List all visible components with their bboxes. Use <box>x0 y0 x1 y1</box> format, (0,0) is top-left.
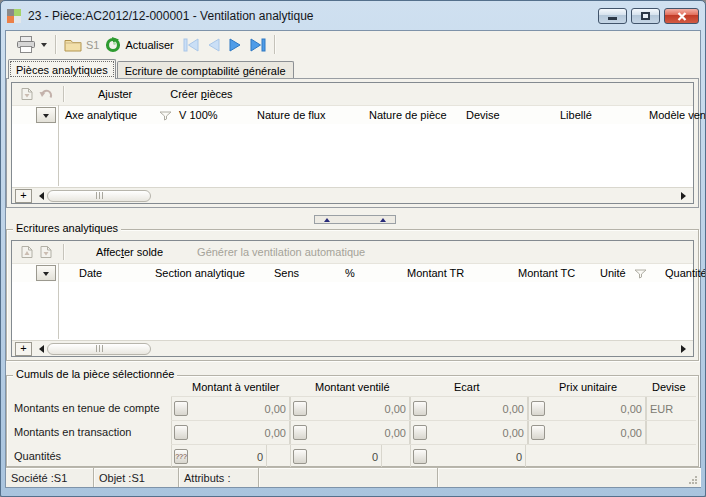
validate-piece-icon[interactable] <box>19 86 35 102</box>
cumuls-groupbox: Cumuls de la pièce sélectionnée Montant … <box>6 375 699 467</box>
filter-icon[interactable] <box>159 111 172 121</box>
folder-label: S1 <box>86 39 99 51</box>
horizontal-scrollbar-thumb[interactable] <box>47 343 151 355</box>
page-up-icon[interactable] <box>19 244 35 260</box>
scroll-right-button[interactable] <box>678 189 693 203</box>
last-record-icon <box>249 38 266 52</box>
field-prix-unitaire-tc: 0,00 <box>528 397 646 420</box>
scroll-right-button[interactable] <box>678 342 693 356</box>
cumuls-header-montant-a-ventiler: Montant à ventiler <box>192 381 279 393</box>
zoom-field-button[interactable] <box>413 401 427 416</box>
tab-pieces-analytiques[interactable]: Pièces analytiques <box>8 59 116 79</box>
creer-pieces-button[interactable]: Créer pièces <box>158 88 244 100</box>
scroll-left-button[interactable] <box>32 189 47 203</box>
grid-gutter-line <box>58 105 59 186</box>
column-header-libelle[interactable]: Libellé <box>560 109 592 121</box>
field-devise <box>646 421 650 444</box>
column-header-devise[interactable]: Devise <box>466 109 500 121</box>
affecter-solde-button[interactable]: Affecter solde <box>84 246 175 258</box>
restore-button[interactable] <box>631 8 660 24</box>
field-quantite-a-ventiler: ???0 <box>171 445 267 468</box>
horizontal-scrollbar-track[interactable] <box>151 190 678 202</box>
column-header-v100[interactable]: V 100% <box>179 109 218 121</box>
titlebar[interactable]: 23 - Pièce:AC2012/12-000001 - Ventilatio… <box>7 5 699 27</box>
column-header-sens[interactable]: Sens <box>274 267 299 279</box>
undo-icon[interactable] <box>38 86 54 102</box>
resize-grip-icon[interactable] <box>687 474 698 485</box>
splitter-up-icon <box>380 215 386 222</box>
main-toolbar: S1 Actualiser <box>6 31 700 58</box>
last-record-button[interactable] <box>247 35 269 55</box>
column-header-date[interactable]: Date <box>79 267 102 279</box>
field-montant-a-ventiler-tc: 0,00 <box>171 397 290 420</box>
previous-record-icon <box>206 38 221 52</box>
print-button[interactable] <box>12 34 50 56</box>
row-selector-button[interactable] <box>36 265 56 281</box>
zoom-field-button[interactable] <box>293 425 307 440</box>
tab-ecriture-comptabilite[interactable]: Ecriture de comptabilité générale <box>117 61 294 79</box>
page-down-icon[interactable] <box>38 244 54 260</box>
chevron-down-icon <box>43 272 49 279</box>
row-selector-button[interactable] <box>36 107 56 123</box>
close-button[interactable] <box>664 8 699 24</box>
refresh-button[interactable]: Actualiser <box>102 34 176 56</box>
column-header-pourcent[interactable]: % <box>345 267 355 279</box>
print-dropdown-icon[interactable] <box>41 43 47 50</box>
row-label: Quantités <box>14 450 61 462</box>
field-ecart-tr: 0,00 <box>410 421 528 444</box>
column-header-modele[interactable]: Modèle ven <box>649 109 706 121</box>
column-header-montant-tr[interactable]: Montant TR <box>407 267 464 279</box>
splitter-handle[interactable] <box>314 215 396 224</box>
tabpage-pieces: Ajuster Créer pièces Axe analytique V 10… <box>6 78 699 208</box>
first-record-button[interactable] <box>181 35 203 55</box>
pieces-grid-panel: Ajuster Créer pièces Axe analytique V 10… <box>11 82 694 204</box>
horizontal-scrollbar-track[interactable] <box>151 343 678 355</box>
horizontal-scrollbar-thumb[interactable] <box>47 190 151 202</box>
column-header-unite[interactable]: Unité <box>600 267 626 279</box>
column-header-axe-analytique[interactable]: Axe analytique <box>65 109 137 121</box>
pieces-grid-body[interactable] <box>12 124 693 187</box>
unit-lookup-button[interactable]: ??? <box>174 449 188 464</box>
column-header-nature-flux[interactable]: Nature de flux <box>257 109 325 121</box>
arrow-left-icon <box>35 192 44 200</box>
zoom-field-button[interactable] <box>293 401 307 416</box>
window-controls <box>598 8 699 24</box>
column-header-quantite[interactable]: Quantité <box>665 267 706 279</box>
minimize-icon <box>608 17 617 20</box>
column-header-section-analytique[interactable]: Section analytique <box>155 267 245 279</box>
zoom-field-button[interactable] <box>174 425 188 440</box>
splitter-up-icon <box>324 215 330 222</box>
scroll-left-button[interactable] <box>32 342 47 356</box>
previous-record-button[interactable] <box>203 35 225 55</box>
status-empty-1 <box>259 468 438 487</box>
grid-gutter-line <box>58 263 59 339</box>
ecritures-grid-header: Date Section analytique Sens % Montant T… <box>12 263 693 282</box>
cumuls-row-quantites: Quantités ???0 0 0 <box>7 445 696 468</box>
chevron-down-icon <box>43 114 49 121</box>
zoom-field-button[interactable] <box>531 401 545 416</box>
folder-s1-button[interactable]: S1 <box>61 34 102 56</box>
ecritures-grid-body[interactable] <box>12 282 693 340</box>
minimize-button[interactable] <box>598 8 627 24</box>
add-row-button[interactable]: + <box>15 189 32 203</box>
ecritures-groupbox: Ecritures analytiques <box>6 229 699 361</box>
field-quantite-ecart: 0 <box>410 445 526 468</box>
generer-ventilation-button[interactable]: Générer la ventilation automatique <box>185 246 377 258</box>
column-header-nature-piece[interactable]: Nature de pièce <box>369 109 447 121</box>
zoom-field-button[interactable] <box>413 425 427 440</box>
zoom-field-button[interactable] <box>174 401 188 416</box>
zoom-field-button[interactable] <box>293 449 307 464</box>
column-header-montant-tc[interactable]: Montant TC <box>518 267 575 279</box>
zoom-field-button[interactable] <box>531 425 545 440</box>
next-record-button[interactable] <box>225 35 247 55</box>
add-row-button[interactable]: + <box>15 342 32 356</box>
app-logo-icon <box>7 9 21 23</box>
ecritures-grid-scrollbar-row: + <box>12 340 693 356</box>
folder-icon <box>64 38 82 52</box>
filter-icon[interactable] <box>634 269 647 279</box>
zoom-field-button[interactable] <box>413 449 427 464</box>
toolbar-separator <box>63 86 64 102</box>
arrow-right-icon <box>681 192 690 200</box>
ajuster-button[interactable]: Ajuster <box>86 88 144 100</box>
cumuls-header-montant-ventile: Montant ventilé <box>315 381 390 393</box>
